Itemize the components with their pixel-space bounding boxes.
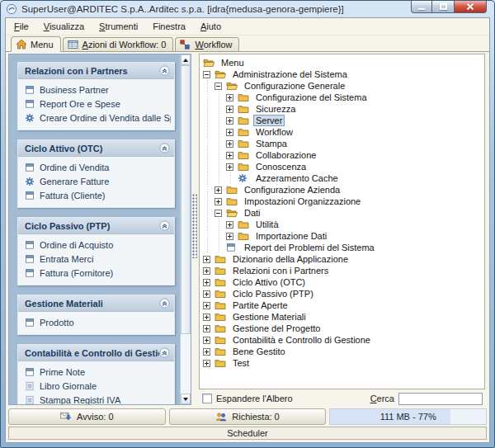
tree-node-label[interactable]: Workflow xyxy=(253,126,295,138)
tree-node-label[interactable]: Server xyxy=(253,115,285,126)
scroll-down-button[interactable] xyxy=(181,394,191,404)
menu-file[interactable]: File xyxy=(14,21,29,31)
tree-node-label[interactable]: Administrazione del Sistema xyxy=(230,68,350,80)
collapse-icon[interactable] xyxy=(159,298,170,309)
window-icon xyxy=(25,268,35,278)
tree-node-utilit: Utilità xyxy=(203,219,483,230)
collapse-icon[interactable] xyxy=(159,347,170,358)
sidebar-item-fattura-fornitore[interactable]: Fattura (Fornitore) xyxy=(25,267,171,278)
tree-toggle[interactable] xyxy=(203,325,210,332)
section-header-contabilit-e-controllo-di-gestione[interactable]: Contabilità e Controllo di Gestione xyxy=(18,345,174,361)
menu-strumenti[interactable]: Strumenti xyxy=(99,21,138,31)
menu-visualizza[interactable]: Visualizza xyxy=(44,21,84,31)
tree-toggle[interactable] xyxy=(226,129,233,136)
tree-node-label[interactable]: Dizionario della Applicazione xyxy=(230,253,351,265)
tree-node-gestione-materiali: Gestione Materiali xyxy=(203,311,483,323)
sidebar-item-fattura-cliente[interactable]: Fattura (Cliente) xyxy=(25,190,171,200)
tree-node-label[interactable]: Gestione Materiali xyxy=(230,311,309,323)
tree-toggle[interactable] xyxy=(226,163,233,171)
tree-toggle[interactable] xyxy=(226,94,233,101)
tree-node-label[interactable]: Partite Aperte xyxy=(230,299,290,311)
tree-toggle[interactable] xyxy=(203,267,210,275)
minimize-button[interactable] xyxy=(411,1,432,13)
tree-node-label[interactable]: Contabilità e Controllo di Gestione xyxy=(230,334,373,346)
tree-node-label[interactable]: Menu xyxy=(219,57,247,68)
sidebar-scrollbar[interactable] xyxy=(180,54,191,404)
scroll-thumb[interactable] xyxy=(181,65,191,334)
section-header-relazioni-con-i-partners[interactable]: Relazioni con i Partners xyxy=(18,63,174,79)
split-divider[interactable] xyxy=(191,54,197,405)
tree-node-label[interactable]: Sicurezza xyxy=(253,103,298,115)
tree-toggle[interactable] xyxy=(226,106,233,113)
sidebar-item-libro-giornale[interactable]: Libro Giornale xyxy=(25,380,171,391)
tab-menu[interactable]: Menu xyxy=(11,36,61,52)
tree-toggle[interactable] xyxy=(214,83,222,90)
tree-toggle[interactable] xyxy=(214,210,222,217)
sidebar-item-report-ore-e-spese[interactable]: Report Ore e Spese xyxy=(25,98,171,109)
scroll-up-button[interactable] xyxy=(181,54,191,65)
section-header-ciclo-passivo-ptp[interactable]: Ciclo Passivo (PTP) xyxy=(18,218,174,234)
menu-aiuto[interactable]: Aiuto xyxy=(200,21,221,31)
tree-node-label[interactable]: Azzeramento Cache xyxy=(253,172,341,184)
tree-toggle[interactable] xyxy=(203,71,210,78)
tree-node-label[interactable]: Relazioni con i Partners xyxy=(230,265,331,276)
sidebar-item-prime-note[interactable]: Prime Note xyxy=(25,366,171,377)
sidebar-item-prodotto[interactable]: Prodotto xyxy=(25,317,171,328)
close-button[interactable] xyxy=(454,1,487,13)
tree-toggle[interactable] xyxy=(203,279,210,286)
tree-node-label[interactable]: Configurazione Azienda xyxy=(242,184,342,196)
request-button[interactable]: Richiesta: 0 xyxy=(169,408,327,425)
collapse-icon[interactable] xyxy=(159,65,170,76)
tree-node-label[interactable]: Importazione Dati xyxy=(253,230,329,242)
tree-toggle[interactable] xyxy=(203,256,210,263)
tree-node-label[interactable]: Conoscenza xyxy=(253,161,309,172)
tree-toggle[interactable] xyxy=(226,152,233,159)
tree-toggle[interactable] xyxy=(226,140,233,148)
notice-button[interactable]: Avviso: 0 xyxy=(8,408,166,425)
tree-toggle[interactable] xyxy=(203,348,210,356)
collapse-icon[interactable] xyxy=(159,143,170,153)
tree-node-label[interactable]: Collaborazione xyxy=(253,149,318,161)
search-input[interactable] xyxy=(398,393,483,405)
tree-node-label[interactable]: Report dei Problemi del Sistema xyxy=(242,242,377,253)
tree-toggle[interactable] xyxy=(226,117,233,125)
sidebar-item-ordine-di-acquisto[interactable]: Ordine di Acquisto xyxy=(25,239,171,250)
tree-node-label[interactable]: Utilità xyxy=(253,219,281,230)
titlebar[interactable]: SuperUser@ARDITEC S.p.A..Arditec s.p.a. … xyxy=(5,1,490,17)
tree-node-label[interactable]: Dati xyxy=(242,207,263,219)
sidebar-item-entrata-merci[interactable]: Entrata Merci xyxy=(25,253,171,264)
tree-node-label[interactable]: Configurazione del Sistema xyxy=(253,92,370,103)
collapse-icon[interactable] xyxy=(159,220,170,231)
tree-node-label[interactable]: Stampa xyxy=(253,138,290,149)
tree-toggle[interactable] xyxy=(203,290,210,298)
tree-node-label[interactable]: Bene Gestito xyxy=(230,346,288,357)
sidebar-item-business-partner[interactable]: Business Partner xyxy=(25,84,171,95)
tree-node-label[interactable]: Test xyxy=(230,357,252,369)
tree-node-label[interactable]: Gestione del Progetto xyxy=(230,323,323,334)
sidebar-item-creare-ordine-di-vendita-dalle-spese[interactable]: Creare Ordine di Vendita dalle Spese xyxy=(25,112,171,123)
scroll-track[interactable] xyxy=(181,65,191,394)
section-header-ciclo-attivo-otc[interactable]: Ciclo Attivo (OTC) xyxy=(18,140,174,157)
expand-tree-checkbox[interactable] xyxy=(202,394,212,403)
sidebar-item-ordine-di-vendita[interactable]: Ordine di Vendita xyxy=(25,162,171,172)
sidebar-item-generare-fatture[interactable]: Generare Fatture xyxy=(25,176,171,186)
section-header-gestione-materiali[interactable]: Gestione Materiali xyxy=(18,295,174,312)
tree-node-label[interactable]: Ciclo Attivo (OTC) xyxy=(230,276,308,288)
tree-toggle[interactable] xyxy=(214,186,222,194)
tree-node-label[interactable]: Ciclo Passivo (PTP) xyxy=(230,288,316,299)
maximize-button[interactable] xyxy=(432,1,454,13)
tree-toggle[interactable] xyxy=(226,233,233,240)
tree-toggle[interactable] xyxy=(226,221,233,229)
tree-toggle[interactable] xyxy=(203,314,210,321)
tab-workflow[interactable]: Workflow xyxy=(175,37,239,51)
tab-azioni-di-workflow-0[interactable]: Azioni di Workflow: 0 xyxy=(63,37,174,51)
tree-node-label[interactable]: Impostazioni Organizzazione xyxy=(242,196,363,207)
tree-toggle[interactable] xyxy=(214,198,222,205)
tree-toggle[interactable] xyxy=(203,337,210,344)
tree-node-label[interactable]: Configurazione Generale xyxy=(242,80,347,92)
sidebar-item-stampa-registri-iva[interactable]: Stampa Registri IVA xyxy=(25,394,171,404)
tree-node-dati: Dati xyxy=(203,207,483,219)
tree-toggle[interactable] xyxy=(203,302,210,309)
menu-finestra[interactable]: Finestra xyxy=(153,21,186,31)
tree-toggle[interactable] xyxy=(203,360,210,367)
